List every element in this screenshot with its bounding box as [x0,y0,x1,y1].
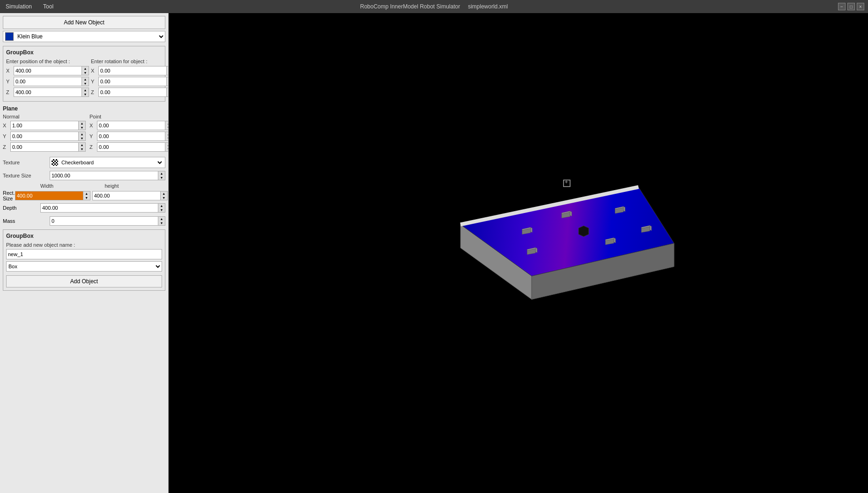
normal-x-down[interactable]: ▼ [79,125,85,130]
maximize-button[interactable]: □ [847,3,855,10]
rotation-y-spinbox[interactable]: ▲ ▼ [98,77,169,86]
point-y-down[interactable]: ▼ [165,136,169,140]
close-button[interactable]: × [857,3,864,10]
rect-height-col-label: height [105,183,166,189]
obj-name-input[interactable] [6,249,162,259]
normal-z-up[interactable]: ▲ [79,143,85,147]
position-z-spinbox[interactable]: ▲ ▼ [14,88,89,97]
rect-height-down[interactable]: ▼ [161,196,167,200]
point-z-spinbox[interactable]: ▲ ▼ [97,142,169,152]
mass-spinbox[interactable]: ▲ ▼ [50,216,165,226]
rot-x-label: X [91,68,98,74]
texture-size-spin-btns: ▲ ▼ [158,171,165,180]
point-x-input[interactable] [97,121,165,130]
position-z-down[interactable]: ▼ [82,92,89,96]
texture-size-down[interactable]: ▼ [158,176,165,180]
menubar: Simulation Tool RoboComp InnerModel Robo… [0,0,868,13]
rotation-y-input[interactable] [99,77,166,86]
normal-x-spinbox[interactable]: ▲ ▼ [10,121,86,130]
point-y-spinbox[interactable]: ▲ ▼ [97,132,169,141]
point-y-up[interactable]: ▲ [165,132,169,136]
color-dropdown[interactable]: Klein Blue [15,33,165,40]
rect-height-input[interactable] [93,191,160,200]
position-z-input[interactable] [14,88,82,96]
rotation-y-row: Y ▲ ▼ [91,77,169,86]
rect-input-group: ▲ ▼ ▲ ▼ [15,191,168,200]
rect-width-down[interactable]: ▼ [83,196,90,200]
position-y-spinbox[interactable]: ▲ ▼ [14,77,89,86]
point-z-up[interactable]: ▲ [165,143,169,147]
texture-dropdown[interactable]: Checkerboard [59,159,163,166]
minimize-button[interactable]: − [838,3,846,10]
position-x-spinbox[interactable]: ▲ ▼ [14,66,89,75]
depth-spinbox[interactable]: ▲ ▼ [40,203,165,213]
depth-spin-btns: ▲ ▼ [158,204,165,212]
rot-y-label: Y [91,79,98,84]
norm-y-label: Y [3,133,10,139]
rotation-x-spinbox[interactable]: ▲ ▼ [98,66,169,75]
normal-x-up[interactable]: ▲ [79,121,85,125]
position-x-up[interactable]: ▲ [82,66,89,71]
normal-x-row: X ▲ ▼ [3,121,86,130]
texture-size-spinbox[interactable]: ▲ ▼ [50,171,165,180]
viewport-3d[interactable] [169,13,868,493]
position-x-down[interactable]: ▼ [82,71,89,75]
position-z-up[interactable]: ▲ [82,88,89,92]
point-column: Point X ▲ ▼ Y [89,114,169,153]
normal-z-input[interactable] [11,143,78,151]
normal-y-down[interactable]: ▼ [79,136,85,140]
mass-down[interactable]: ▼ [158,221,165,225]
point-z-down[interactable]: ▼ [165,147,169,151]
point-x-up[interactable]: ▲ [165,121,169,125]
normal-z-down[interactable]: ▼ [79,147,85,151]
rect-height-up[interactable]: ▲ [161,191,167,196]
depth-label: Depth [3,205,40,211]
groupbox2-title: GroupBox [6,233,162,239]
position-y-up[interactable]: ▲ [82,77,89,81]
add-object-button[interactable]: Add Object [6,275,162,287]
normal-label: Normal [3,114,86,119]
rot-z-label: Z [91,89,98,95]
normal-y-spinbox[interactable]: ▲ ▼ [10,132,86,141]
position-y-down[interactable]: ▼ [82,81,89,86]
normal-x-input[interactable] [11,121,78,130]
depth-input[interactable] [41,204,158,212]
position-y-input[interactable] [14,77,82,86]
menu-simulation[interactable]: Simulation [4,2,34,11]
point-x-down[interactable]: ▼ [165,125,169,130]
object-type-dropdown[interactable]: Box [6,261,162,272]
groupbox-position: GroupBox Enter position of the object : … [3,46,165,102]
normal-z-spinbox[interactable]: ▲ ▼ [10,142,86,152]
rotation-z-spinbox[interactable]: ▲ ▼ [98,88,169,97]
rect-width-up[interactable]: ▲ [83,191,90,196]
mass-input[interactable] [50,217,158,225]
menu-tool[interactable]: Tool [41,2,55,11]
rect-width-spinbox[interactable]: ▲ ▼ [15,191,90,200]
texture-size-input[interactable] [50,171,158,180]
point-x-spin-btns: ▲ ▼ [165,121,169,130]
rect-height-spinbox[interactable]: ▲ ▼ [92,191,168,200]
rotation-x-input[interactable] [99,66,166,75]
rect-col-labels: Width height [40,183,165,189]
normal-column: Normal X ▲ ▼ Y [3,114,86,153]
mass-up[interactable]: ▲ [158,217,165,221]
normal-y-input[interactable] [11,132,78,140]
point-z-input[interactable] [97,143,165,151]
texture-size-up[interactable]: ▲ [158,171,165,176]
point-y-input[interactable] [97,132,165,140]
normal-y-row: Y ▲ ▼ [3,132,86,141]
texture-select-wrapper[interactable]: Checkerboard [50,157,165,168]
color-selector[interactable]: Klein Blue [3,31,165,42]
texture-size-row: Texture Size ▲ ▼ [3,171,165,180]
normal-y-spin-btns: ▲ ▼ [78,132,85,140]
normal-y-up[interactable]: ▲ [79,132,85,136]
position-x-input[interactable] [14,66,82,75]
point-x-spinbox[interactable]: ▲ ▼ [97,121,169,130]
depth-up[interactable]: ▲ [158,204,165,208]
left-panel: Add New Object Klein Blue GroupBox Enter… [0,13,169,493]
add-new-object-button[interactable]: Add New Object [3,16,165,29]
texture-row: Texture Checkerboard [3,157,165,168]
rotation-z-input[interactable] [99,88,166,96]
depth-down[interactable]: ▼ [158,208,165,212]
rect-width-input[interactable] [15,191,83,200]
